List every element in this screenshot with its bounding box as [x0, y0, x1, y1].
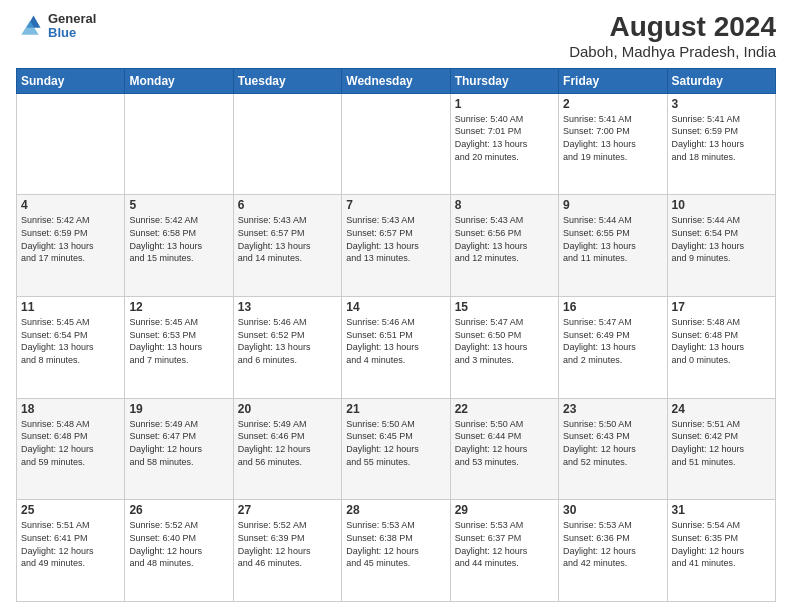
table-row [17, 93, 125, 195]
day-info: Sunrise: 5:42 AM Sunset: 6:59 PM Dayligh… [21, 214, 120, 264]
day-number: 21 [346, 402, 445, 416]
day-info: Sunrise: 5:53 AM Sunset: 6:36 PM Dayligh… [563, 519, 662, 569]
table-row: 9Sunrise: 5:44 AM Sunset: 6:55 PM Daylig… [559, 195, 667, 297]
page: General Blue August 2024 Daboh, Madhya P… [0, 0, 792, 612]
day-number: 12 [129, 300, 228, 314]
calendar-header-row: Sunday Monday Tuesday Wednesday Thursday… [17, 68, 776, 93]
day-info: Sunrise: 5:45 AM Sunset: 6:54 PM Dayligh… [21, 316, 120, 366]
day-info: Sunrise: 5:47 AM Sunset: 6:49 PM Dayligh… [563, 316, 662, 366]
table-row: 3Sunrise: 5:41 AM Sunset: 6:59 PM Daylig… [667, 93, 775, 195]
day-number: 14 [346, 300, 445, 314]
day-info: Sunrise: 5:51 AM Sunset: 6:42 PM Dayligh… [672, 418, 771, 468]
day-number: 1 [455, 97, 554, 111]
day-info: Sunrise: 5:44 AM Sunset: 6:55 PM Dayligh… [563, 214, 662, 264]
day-info: Sunrise: 5:53 AM Sunset: 6:38 PM Dayligh… [346, 519, 445, 569]
day-number: 31 [672, 503, 771, 517]
day-info: Sunrise: 5:49 AM Sunset: 6:47 PM Dayligh… [129, 418, 228, 468]
table-row: 18Sunrise: 5:48 AM Sunset: 6:48 PM Dayli… [17, 398, 125, 500]
col-monday: Monday [125, 68, 233, 93]
calendar-table: Sunday Monday Tuesday Wednesday Thursday… [16, 68, 776, 602]
day-info: Sunrise: 5:46 AM Sunset: 6:52 PM Dayligh… [238, 316, 337, 366]
day-info: Sunrise: 5:46 AM Sunset: 6:51 PM Dayligh… [346, 316, 445, 366]
logo-icon [16, 12, 44, 40]
table-row: 23Sunrise: 5:50 AM Sunset: 6:43 PM Dayli… [559, 398, 667, 500]
logo-blue-label: Blue [48, 26, 96, 40]
table-row [342, 93, 450, 195]
table-row: 17Sunrise: 5:48 AM Sunset: 6:48 PM Dayli… [667, 297, 775, 399]
table-row: 6Sunrise: 5:43 AM Sunset: 6:57 PM Daylig… [233, 195, 341, 297]
day-info: Sunrise: 5:45 AM Sunset: 6:53 PM Dayligh… [129, 316, 228, 366]
day-info: Sunrise: 5:49 AM Sunset: 6:46 PM Dayligh… [238, 418, 337, 468]
calendar-subtitle: Daboh, Madhya Pradesh, India [569, 43, 776, 60]
calendar-title: August 2024 [569, 12, 776, 43]
day-info: Sunrise: 5:47 AM Sunset: 6:50 PM Dayligh… [455, 316, 554, 366]
day-number: 27 [238, 503, 337, 517]
table-row: 30Sunrise: 5:53 AM Sunset: 6:36 PM Dayli… [559, 500, 667, 602]
table-row: 27Sunrise: 5:52 AM Sunset: 6:39 PM Dayli… [233, 500, 341, 602]
table-row: 10Sunrise: 5:44 AM Sunset: 6:54 PM Dayli… [667, 195, 775, 297]
col-sunday: Sunday [17, 68, 125, 93]
table-row: 2Sunrise: 5:41 AM Sunset: 7:00 PM Daylig… [559, 93, 667, 195]
day-number: 10 [672, 198, 771, 212]
col-thursday: Thursday [450, 68, 558, 93]
table-row: 29Sunrise: 5:53 AM Sunset: 6:37 PM Dayli… [450, 500, 558, 602]
day-info: Sunrise: 5:41 AM Sunset: 7:00 PM Dayligh… [563, 113, 662, 163]
day-number: 2 [563, 97, 662, 111]
day-number: 26 [129, 503, 228, 517]
day-info: Sunrise: 5:50 AM Sunset: 6:43 PM Dayligh… [563, 418, 662, 468]
day-number: 29 [455, 503, 554, 517]
day-number: 17 [672, 300, 771, 314]
table-row: 11Sunrise: 5:45 AM Sunset: 6:54 PM Dayli… [17, 297, 125, 399]
col-wednesday: Wednesday [342, 68, 450, 93]
day-number: 24 [672, 402, 771, 416]
calendar-week-row: 11Sunrise: 5:45 AM Sunset: 6:54 PM Dayli… [17, 297, 776, 399]
table-row: 31Sunrise: 5:54 AM Sunset: 6:35 PM Dayli… [667, 500, 775, 602]
calendar-week-row: 18Sunrise: 5:48 AM Sunset: 6:48 PM Dayli… [17, 398, 776, 500]
table-row: 4Sunrise: 5:42 AM Sunset: 6:59 PM Daylig… [17, 195, 125, 297]
day-info: Sunrise: 5:43 AM Sunset: 6:57 PM Dayligh… [346, 214, 445, 264]
day-number: 8 [455, 198, 554, 212]
day-number: 4 [21, 198, 120, 212]
table-row: 25Sunrise: 5:51 AM Sunset: 6:41 PM Dayli… [17, 500, 125, 602]
logo-general-label: General [48, 12, 96, 26]
logo-text: General Blue [48, 12, 96, 41]
table-row: 22Sunrise: 5:50 AM Sunset: 6:44 PM Dayli… [450, 398, 558, 500]
table-row: 20Sunrise: 5:49 AM Sunset: 6:46 PM Dayli… [233, 398, 341, 500]
day-info: Sunrise: 5:42 AM Sunset: 6:58 PM Dayligh… [129, 214, 228, 264]
day-info: Sunrise: 5:43 AM Sunset: 6:57 PM Dayligh… [238, 214, 337, 264]
day-info: Sunrise: 5:54 AM Sunset: 6:35 PM Dayligh… [672, 519, 771, 569]
table-row [233, 93, 341, 195]
day-number: 19 [129, 402, 228, 416]
day-info: Sunrise: 5:50 AM Sunset: 6:45 PM Dayligh… [346, 418, 445, 468]
col-friday: Friday [559, 68, 667, 93]
day-number: 7 [346, 198, 445, 212]
day-info: Sunrise: 5:52 AM Sunset: 6:39 PM Dayligh… [238, 519, 337, 569]
day-number: 13 [238, 300, 337, 314]
table-row: 16Sunrise: 5:47 AM Sunset: 6:49 PM Dayli… [559, 297, 667, 399]
table-row: 8Sunrise: 5:43 AM Sunset: 6:56 PM Daylig… [450, 195, 558, 297]
calendar-week-row: 1Sunrise: 5:40 AM Sunset: 7:01 PM Daylig… [17, 93, 776, 195]
day-number: 6 [238, 198, 337, 212]
day-number: 9 [563, 198, 662, 212]
day-number: 20 [238, 402, 337, 416]
calendar-week-row: 4Sunrise: 5:42 AM Sunset: 6:59 PM Daylig… [17, 195, 776, 297]
header: General Blue August 2024 Daboh, Madhya P… [16, 12, 776, 60]
table-row: 5Sunrise: 5:42 AM Sunset: 6:58 PM Daylig… [125, 195, 233, 297]
day-number: 5 [129, 198, 228, 212]
day-number: 11 [21, 300, 120, 314]
day-info: Sunrise: 5:50 AM Sunset: 6:44 PM Dayligh… [455, 418, 554, 468]
table-row: 15Sunrise: 5:47 AM Sunset: 6:50 PM Dayli… [450, 297, 558, 399]
day-info: Sunrise: 5:51 AM Sunset: 6:41 PM Dayligh… [21, 519, 120, 569]
day-info: Sunrise: 5:48 AM Sunset: 6:48 PM Dayligh… [21, 418, 120, 468]
table-row: 14Sunrise: 5:46 AM Sunset: 6:51 PM Dayli… [342, 297, 450, 399]
table-row: 13Sunrise: 5:46 AM Sunset: 6:52 PM Dayli… [233, 297, 341, 399]
col-saturday: Saturday [667, 68, 775, 93]
title-block: August 2024 Daboh, Madhya Pradesh, India [569, 12, 776, 60]
day-number: 16 [563, 300, 662, 314]
day-info: Sunrise: 5:40 AM Sunset: 7:01 PM Dayligh… [455, 113, 554, 163]
table-row: 19Sunrise: 5:49 AM Sunset: 6:47 PM Dayli… [125, 398, 233, 500]
day-number: 18 [21, 402, 120, 416]
day-info: Sunrise: 5:41 AM Sunset: 6:59 PM Dayligh… [672, 113, 771, 163]
table-row: 24Sunrise: 5:51 AM Sunset: 6:42 PM Dayli… [667, 398, 775, 500]
table-row: 28Sunrise: 5:53 AM Sunset: 6:38 PM Dayli… [342, 500, 450, 602]
